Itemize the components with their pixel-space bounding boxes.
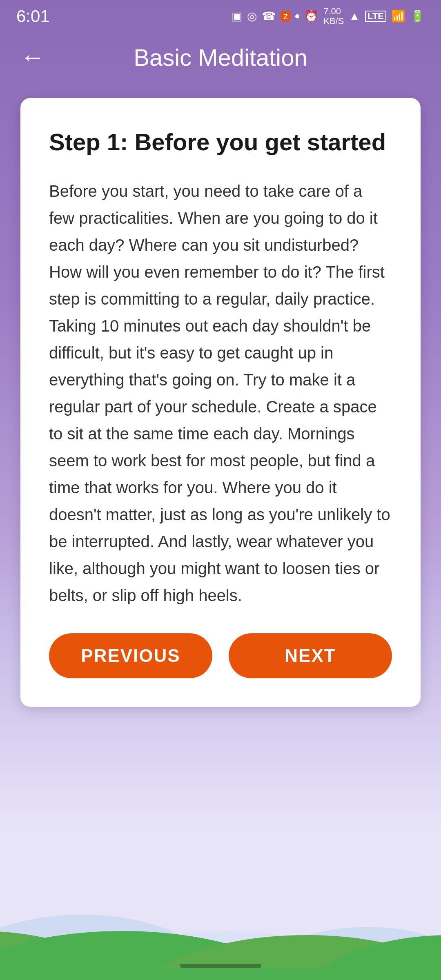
header: ← Basic Meditation	[0, 33, 441, 82]
step-title: Step 1: Before you get started	[49, 127, 392, 157]
step-body: Before you start, you need to take care …	[49, 178, 392, 609]
speed-text: 7.00KB/S	[323, 7, 344, 26]
button-row: PREVIOUS NEXT	[49, 633, 392, 678]
status-time: 6:01	[16, 7, 50, 26]
battery-icon: 🔋	[410, 11, 425, 22]
wifi-icon: ▲	[349, 11, 360, 22]
back-arrow-icon: ←	[20, 45, 45, 69]
signal-icon: 📶	[391, 11, 405, 22]
status-icons: ▣ ◎ ☎ z ⏰ 7.00KB/S ▲ LTE 📶 🔋	[232, 7, 425, 26]
screen: 6:01 ▣ ◎ ☎ z ⏰ 7.00KB/S ▲ LTE 📶 🔋 ← Basi…	[0, 0, 441, 980]
next-button[interactable]: NEXT	[229, 633, 392, 678]
alarm-icon: ⏰	[304, 11, 318, 22]
status-bar: 6:01 ▣ ◎ ☎ z ⏰ 7.00KB/S ▲ LTE 📶 🔋	[0, 0, 441, 33]
app-icon: z	[281, 11, 290, 22]
lte-icon: LTE	[365, 11, 386, 22]
location-icon: ◎	[247, 11, 257, 22]
page-title: Basic Meditation	[49, 44, 392, 71]
phone-icon: ☎	[262, 11, 276, 22]
content-area: Step 1: Before you get started Before yo…	[0, 82, 441, 980]
content-card: Step 1: Before you get started Before yo…	[20, 98, 421, 707]
sim-icon: ▣	[232, 11, 242, 22]
bottom-nav-bar	[180, 964, 261, 968]
dot-separator	[295, 14, 299, 18]
previous-button[interactable]: PREVIOUS	[49, 633, 212, 678]
back-button[interactable]: ←	[16, 41, 49, 74]
